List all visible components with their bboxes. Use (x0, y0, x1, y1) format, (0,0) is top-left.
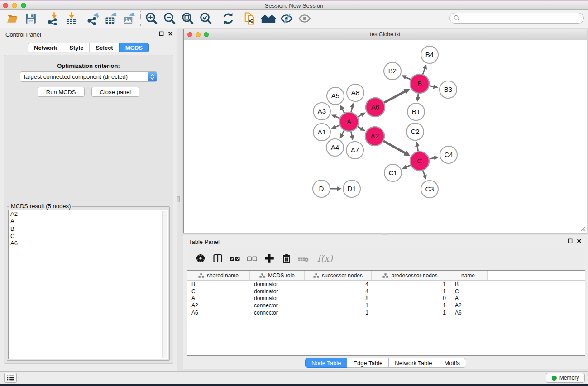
run-mcds-button[interactable]: Run MCDS (38, 87, 85, 97)
tab-motifs[interactable]: Motifs (438, 358, 466, 368)
graph-edge[interactable] (422, 171, 426, 180)
mcds-result-item[interactable]: A6 (9, 240, 168, 247)
column-header-predecessor-nodes[interactable]: predecessor nodes (372, 271, 449, 280)
zoom-selected-button[interactable] (197, 11, 215, 26)
search-input[interactable] (462, 14, 583, 22)
graph-node-A[interactable]: A (339, 112, 359, 131)
refresh-view-button[interactable] (219, 11, 237, 26)
graph-edge[interactable] (340, 105, 344, 113)
graph-node-A1[interactable]: A1 (313, 124, 330, 141)
deselect-all-rows-button[interactable] (245, 251, 259, 266)
graph-edge[interactable] (349, 132, 354, 141)
mcds-result-item[interactable]: A2 (9, 210, 168, 218)
graph-edge[interactable] (430, 84, 439, 89)
graph-node-C3[interactable]: C3 (421, 181, 438, 198)
graph-edge[interactable] (350, 102, 354, 112)
graph-edge[interactable] (330, 186, 342, 191)
graph-node-C2[interactable]: C2 (406, 123, 424, 140)
graph-edge[interactable] (358, 113, 366, 117)
table-row[interactable]: A6connector11A6 (187, 309, 585, 316)
task-history-button[interactable] (4, 373, 17, 383)
table-row[interactable]: A2connector11A2 (187, 302, 585, 309)
graph-edge[interactable] (402, 75, 411, 79)
graph-node-A5[interactable]: A5 (327, 87, 344, 105)
graph-node-A2[interactable]: A2 (365, 127, 384, 146)
create-column-button[interactable] (262, 251, 277, 266)
column-header-shared-name[interactable]: shared name (187, 271, 250, 280)
graph-node-D[interactable]: D (313, 180, 330, 197)
resize-grip-icon[interactable] (579, 225, 586, 232)
tab-style[interactable]: Style (63, 43, 89, 52)
graph-node-C1[interactable]: C1 (384, 164, 402, 181)
mcds-result-item[interactable]: B (9, 225, 168, 233)
import-network-button[interactable] (44, 11, 62, 26)
graph-edge[interactable] (402, 165, 411, 169)
show-all-button[interactable] (296, 11, 314, 26)
optimization-criterion-dropdown[interactable]: largest connected component (directed) (20, 71, 157, 82)
export-table-button[interactable] (102, 11, 120, 26)
float-panel-icon[interactable] (568, 238, 573, 243)
graph-node-B4[interactable]: B4 (421, 46, 438, 63)
show-column-panel-button[interactable] (210, 251, 225, 266)
network-canvas[interactable]: B4B2BB3B1A5A8A6A3AA1A2C2A4A7C4CC1C3DD1 (184, 40, 587, 233)
graph-node-A4[interactable]: A4 (326, 139, 344, 156)
search-field[interactable] (449, 13, 584, 24)
graph-node-B1[interactable]: B1 (407, 103, 425, 120)
clone-network-button[interactable] (241, 11, 259, 26)
graph-node-A3[interactable]: A3 (313, 103, 330, 120)
table-row[interactable]: Bdominator41B (187, 281, 585, 288)
mcds-result-list[interactable]: A2ABCA6 (8, 210, 168, 359)
export-network-button[interactable] (84, 11, 102, 26)
graph-edge[interactable] (384, 89, 410, 102)
graph-edge[interactable] (429, 156, 439, 160)
import-table-button[interactable] (62, 11, 80, 26)
home-button[interactable] (259, 11, 277, 26)
mcds-result-item[interactable]: A (9, 218, 168, 225)
function-builder-button[interactable]: f(x) (314, 251, 335, 266)
zoom-in-button[interactable] (143, 11, 161, 26)
zoom-fit-button[interactable] (179, 11, 197, 26)
table-row[interactable]: Adominator80A (187, 295, 585, 302)
tab-network-table[interactable]: Network Table (388, 358, 438, 368)
graph-node-B3[interactable]: B3 (440, 81, 457, 98)
tab-mcds[interactable]: MCDS (119, 43, 149, 52)
column-header-MCDS-role[interactable]: MCDS role (250, 271, 305, 280)
network-window-titlebar[interactable]: testGlobe.txt (184, 29, 587, 40)
graph-node-A8[interactable]: A8 (347, 84, 364, 101)
tab-node-table[interactable]: Node Table (305, 358, 347, 368)
delete-table-button[interactable] (296, 251, 311, 266)
graph-edge[interactable] (331, 125, 340, 129)
graph-edge[interactable] (423, 64, 427, 74)
column-header-successor-nodes[interactable]: successor nodes (305, 271, 372, 280)
save-session-button[interactable] (22, 11, 40, 26)
graph-node-B2[interactable]: B2 (384, 62, 401, 80)
export-image-button[interactable] (120, 11, 139, 26)
table-row[interactable]: Cdominator41C (187, 288, 585, 295)
graph-edge[interactable] (331, 114, 340, 119)
graph-edge[interactable] (383, 141, 410, 156)
graph-edge[interactable] (416, 94, 420, 102)
open-session-button[interactable] (4, 11, 22, 26)
close-panel-button[interactable]: Close panel (91, 87, 140, 97)
table-settings-button[interactable] (193, 251, 208, 266)
scrollbar-track[interactable] (162, 211, 167, 358)
graph-node-A6[interactable]: A6 (366, 98, 385, 117)
zoom-out-button[interactable] (161, 11, 179, 26)
tab-select[interactable]: Select (89, 43, 119, 52)
close-panel-icon[interactable] (168, 31, 173, 36)
tab-edge-table[interactable]: Edge Table (347, 358, 388, 368)
split-divider-handle[interactable] (177, 196, 180, 202)
float-panel-icon[interactable] (159, 31, 164, 36)
column-header-name[interactable]: name (449, 271, 488, 280)
graph-node-C[interactable]: C (410, 152, 429, 171)
hide-selected-button[interactable] (277, 11, 296, 26)
mcds-result-item[interactable]: C (9, 233, 168, 240)
select-all-rows-button[interactable] (228, 251, 242, 266)
graph-edge[interactable] (415, 142, 420, 152)
graph-node-C4[interactable]: C4 (440, 146, 457, 163)
graph-edge[interactable] (340, 130, 344, 138)
close-panel-icon[interactable] (577, 238, 582, 243)
graph-node-B[interactable]: B (410, 74, 429, 93)
graph-node-D1[interactable]: D1 (343, 180, 360, 197)
memory-button[interactable]: Memory (546, 373, 585, 383)
